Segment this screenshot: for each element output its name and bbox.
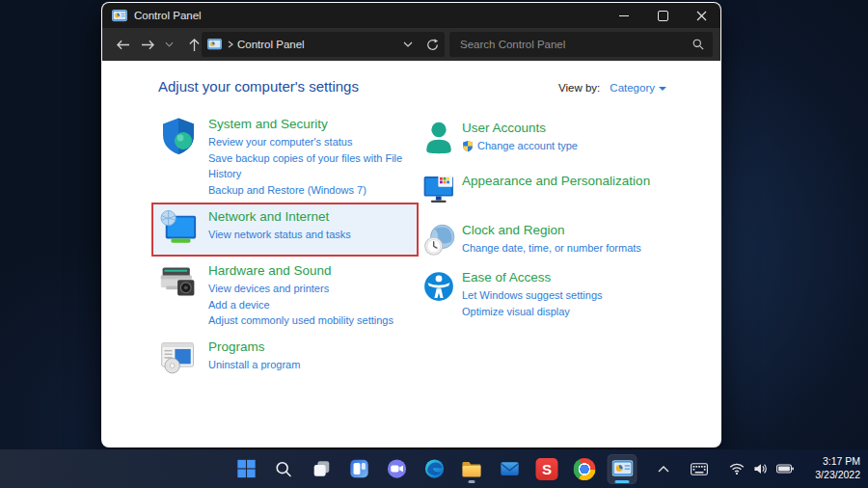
category-title[interactable]: Appearance and Personalization bbox=[462, 174, 650, 189]
view-by-value[interactable]: Category bbox=[610, 82, 655, 94]
view-by-dropdown[interactable]: Category bbox=[610, 82, 666, 94]
file-explorer-button[interactable] bbox=[457, 454, 487, 484]
category-user-accounts[interactable]: User Accounts Change account type bbox=[418, 119, 707, 159]
category-title[interactable]: Ease of Access bbox=[462, 270, 551, 285]
volume-button[interactable] bbox=[753, 463, 768, 474]
category-link[interactable]: View network status and tasks bbox=[208, 227, 413, 243]
chat-icon bbox=[386, 458, 407, 479]
category-network-and-internet-highlighted[interactable]: Network and Internet View network status… bbox=[151, 203, 419, 257]
category-appearance-and-personalization[interactable]: Appearance and Personalization bbox=[418, 172, 707, 210]
windows-start-icon bbox=[235, 458, 257, 479]
category-programs[interactable]: Programs Uninstall a program bbox=[151, 338, 423, 380]
hardware-sound-icon bbox=[159, 261, 208, 304]
clock-region-icon bbox=[422, 221, 462, 261]
window-title: Control Panel bbox=[134, 10, 605, 21]
start-button[interactable] bbox=[231, 454, 261, 484]
refresh-icon[interactable] bbox=[426, 39, 439, 51]
category-link[interactable]: View devices and printers bbox=[208, 281, 423, 297]
s-app-icon: S bbox=[536, 458, 558, 480]
programs-icon bbox=[159, 338, 208, 380]
search-icon bbox=[274, 459, 294, 479]
tray-overflow-button[interactable] bbox=[658, 466, 669, 473]
edge-button[interactable] bbox=[420, 454, 449, 484]
close-button[interactable] bbox=[682, 3, 720, 28]
category-ease-of-access[interactable]: Ease of Access Let Windows suggest setti… bbox=[418, 268, 707, 319]
system-security-icon bbox=[159, 115, 208, 159]
back-icon bbox=[116, 39, 130, 51]
category-link[interactable]: Optimize visual display bbox=[462, 304, 707, 320]
maximize-button[interactable] bbox=[643, 3, 682, 28]
control-panel-taskbar-button[interactable] bbox=[608, 454, 637, 484]
control-panel-icon bbox=[611, 460, 633, 477]
breadcrumb[interactable]: Control Panel bbox=[237, 39, 403, 50]
category-system-and-security[interactable]: System and Security Review your computer… bbox=[151, 115, 423, 198]
category-title[interactable]: Programs bbox=[208, 339, 265, 355]
category-link[interactable]: Review your computer's status bbox=[208, 134, 423, 150]
address-dropdown-icon[interactable] bbox=[403, 41, 413, 47]
s-app-button[interactable]: S bbox=[532, 454, 562, 484]
volume-icon bbox=[753, 463, 768, 474]
caret-down-icon bbox=[659, 87, 666, 91]
minimize-icon bbox=[619, 15, 629, 16]
category-title[interactable]: System and Security bbox=[208, 117, 328, 132]
search-box[interactable] bbox=[449, 32, 713, 57]
chrome-icon bbox=[574, 458, 596, 480]
task-view-button[interactable] bbox=[307, 454, 337, 484]
system-tray: 3:17 PM 3/23/2022 bbox=[658, 449, 860, 488]
category-clock-and-region[interactable]: Clock and Region Change date, time, or n… bbox=[418, 221, 707, 261]
category-title[interactable]: Hardware and Sound bbox=[208, 263, 332, 279]
category-link[interactable]: Adjust commonly used mobility settings bbox=[208, 312, 423, 329]
category-column-left: System and Security Review your computer… bbox=[151, 115, 423, 380]
title-bar: Control Panel bbox=[102, 3, 720, 28]
category-title[interactable]: User Accounts bbox=[462, 121, 546, 136]
search-input[interactable] bbox=[458, 38, 692, 51]
clock[interactable]: 3:17 PM 3/23/2022 bbox=[815, 455, 860, 481]
category-link[interactable]: Change account type bbox=[477, 138, 578, 154]
mail-button[interactable] bbox=[495, 454, 525, 484]
touch-keyboard-button[interactable] bbox=[691, 463, 708, 475]
chat-button[interactable] bbox=[382, 454, 412, 484]
forward-icon bbox=[141, 39, 155, 51]
wifi-button[interactable] bbox=[729, 463, 745, 474]
clock-date: 3/23/2022 bbox=[815, 469, 860, 482]
back-button[interactable] bbox=[110, 32, 135, 57]
address-bar[interactable]: Control Panel bbox=[202, 32, 445, 57]
minimize-button[interactable] bbox=[605, 3, 643, 28]
file-explorer-icon bbox=[461, 458, 483, 480]
category-link[interactable]: Add a device bbox=[208, 297, 423, 313]
control-panel-icon bbox=[112, 10, 127, 22]
ease-of-access-icon bbox=[422, 268, 462, 307]
wifi-icon bbox=[729, 463, 745, 474]
chrome-button[interactable] bbox=[570, 454, 600, 484]
category-hardware-and-sound[interactable]: Hardware and Sound View devices and prin… bbox=[151, 261, 423, 329]
category-link[interactable]: Let Windows suggest settings bbox=[462, 287, 707, 304]
recent-locations-button[interactable] bbox=[160, 32, 177, 57]
control-panel-window: Control Panel bbox=[101, 2, 721, 447]
forward-button[interactable] bbox=[135, 32, 160, 57]
category-link[interactable]: Change date, time, or number formats bbox=[462, 240, 707, 257]
control-panel-content: Adjust your computer's settings View by:… bbox=[102, 61, 720, 447]
category-title[interactable]: Network and Internet bbox=[208, 209, 329, 225]
keyboard-icon bbox=[691, 463, 708, 475]
category-link[interactable]: Save backup copies of your files with Fi… bbox=[208, 150, 423, 182]
network-internet-icon bbox=[159, 207, 208, 250]
close-icon bbox=[696, 11, 707, 21]
task-view-icon bbox=[311, 458, 332, 479]
category-title[interactable]: Clock and Region bbox=[462, 223, 565, 238]
chevron-up-icon bbox=[658, 466, 669, 473]
search-icon[interactable] bbox=[692, 39, 704, 50]
user-accounts-icon bbox=[422, 119, 462, 159]
battery-icon bbox=[776, 464, 794, 474]
category-link[interactable]: Backup and Restore (Windows 7) bbox=[208, 182, 423, 199]
taskbar-search-button[interactable] bbox=[269, 454, 299, 484]
edge-icon bbox=[423, 458, 445, 479]
category-link[interactable]: Uninstall a program bbox=[208, 357, 423, 373]
widgets-button[interactable] bbox=[344, 454, 374, 484]
desktop: Control Panel bbox=[0, 0, 868, 488]
page-title: Adjust your computer's settings bbox=[158, 78, 359, 95]
clock-time: 3:17 PM bbox=[815, 455, 860, 469]
control-panel-icon-small bbox=[207, 39, 222, 50]
view-by-label: View by: bbox=[558, 82, 600, 94]
battery-button[interactable] bbox=[776, 464, 794, 474]
up-arrow-icon bbox=[188, 38, 201, 52]
